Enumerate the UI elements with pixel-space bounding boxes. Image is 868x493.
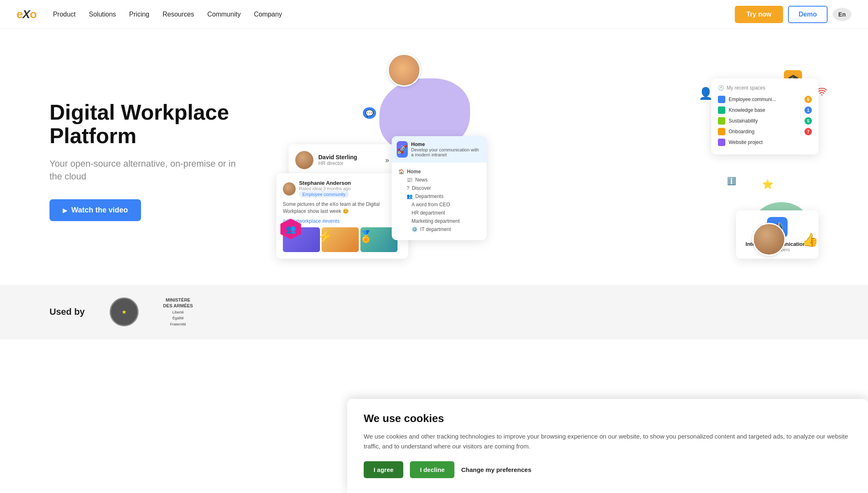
watch-video-label: Watch the video bbox=[71, 206, 128, 215]
social-avatar bbox=[283, 182, 296, 196]
spaces-row-3: Sustainability 5 bbox=[718, 116, 812, 126]
logo-o: o bbox=[30, 8, 36, 21]
like-icon: 👍 bbox=[802, 232, 819, 248]
profile-role: HR director bbox=[318, 160, 357, 166]
hero-illustration: 👤+ 🎓 💬 David Sterling HR directo bbox=[264, 54, 835, 268]
used-by-label: Used by bbox=[49, 307, 85, 317]
svg-point-0 bbox=[821, 94, 823, 96]
spaces-icon-3 bbox=[718, 117, 725, 125]
nav-home-desc: Develop your communication with a modern… bbox=[411, 147, 482, 157]
play-icon: ▶ bbox=[63, 207, 67, 214]
demo-button[interactable]: Demo bbox=[788, 6, 828, 23]
watch-video-button[interactable]: ▶ Watch the video bbox=[49, 199, 141, 221]
hex-shape: 👥 bbox=[280, 219, 301, 239]
nav-home-label: Home bbox=[411, 142, 482, 147]
avatar-face bbox=[389, 55, 419, 85]
people-hex-icon: 👥 bbox=[280, 219, 301, 239]
client-ministere-text: MINISTÈREDES ARMÉES LibertéÉgalitéFrater… bbox=[163, 297, 193, 327]
profile-card: David Sterling HR director » bbox=[289, 144, 396, 176]
hero-left: Digital Workplace Platform Your open-sou… bbox=[49, 101, 247, 222]
profile-avatar bbox=[295, 151, 313, 169]
nav-item-hr: HR department bbox=[398, 209, 480, 217]
spaces-icon-5 bbox=[718, 139, 725, 146]
social-user-name: Stephanie Anderson bbox=[299, 180, 402, 186]
hero-section: Digital Workplace Platform Your open-sou… bbox=[0, 29, 868, 285]
floating-avatar-top bbox=[388, 54, 421, 87]
settings-icon: ⚙️ bbox=[412, 226, 418, 232]
profile-arrow-icon: » bbox=[385, 156, 389, 165]
nav-resources[interactable]: Resources bbox=[162, 11, 194, 18]
bottom-right-avatar bbox=[753, 223, 786, 256]
departments-icon: 👥 bbox=[407, 193, 413, 199]
nav-home-icon: 🏠 bbox=[398, 169, 405, 175]
news-icon: 📰 bbox=[407, 177, 413, 183]
medal-icon: 🏅 bbox=[359, 230, 373, 243]
nav-tree-card: 🚀 Home Develop your communication with a… bbox=[392, 136, 487, 240]
client-dod-logo: ⭐ bbox=[110, 297, 139, 326]
social-card: Stephanie Anderson Rated ideal 3 months … bbox=[276, 173, 408, 259]
hero-title: Digital Workplace Platform bbox=[49, 101, 247, 148]
nav-item-ceo: A word from CEO bbox=[398, 201, 480, 209]
social-tag: Employee community bbox=[299, 191, 349, 198]
spaces-row-1: Employee communi... 5 bbox=[718, 94, 812, 105]
spaces-row-4: Onboarding 7 bbox=[718, 126, 812, 137]
social-card-header: Stephanie Anderson Rated ideal 3 months … bbox=[283, 180, 402, 198]
profile-info: David Sterling HR director bbox=[318, 154, 357, 166]
used-by-strip: Used by ⭐ MINISTÈREDES ARMÉES LibertéÉga… bbox=[0, 285, 868, 340]
nav-company[interactable]: Company bbox=[254, 11, 282, 18]
spaces-icon-1 bbox=[718, 96, 725, 103]
nav-item-it: ⚙️ IT department bbox=[398, 225, 480, 234]
profile-name: David Sterling bbox=[318, 154, 357, 160]
logo[interactable]: eXo bbox=[16, 8, 36, 21]
hero-subtitle: Your open-source alternative, on-premise… bbox=[49, 158, 247, 183]
spaces-card: 🕐 My recent spaces Employee communi... 5… bbox=[711, 78, 819, 154]
nav-pricing[interactable]: Pricing bbox=[129, 11, 149, 18]
info-icon: ℹ️ bbox=[727, 177, 736, 186]
client-dod: ⭐ bbox=[110, 297, 139, 326]
nav-item-departments: 👥 Departments bbox=[398, 192, 480, 201]
spaces-icon-4 bbox=[718, 128, 725, 135]
nav-item-discover: ? Discover bbox=[398, 184, 480, 192]
navbar-right: Try now Demo En bbox=[735, 6, 852, 23]
star-icon: ⭐ bbox=[762, 179, 773, 190]
discover-icon: ? bbox=[407, 185, 409, 191]
nav-item-news: 📰 News bbox=[398, 176, 480, 184]
nav-item-home: 🏠 Home bbox=[398, 167, 480, 176]
spaces-row-2: Knowledge base 1 bbox=[718, 105, 812, 116]
navbar: eXo Product Solutions Pricing Resources … bbox=[0, 0, 868, 29]
spaces-badge-2: 1 bbox=[804, 106, 812, 114]
spaces-icon-2 bbox=[718, 106, 725, 114]
chat-bubble-icon: 💬 bbox=[363, 107, 376, 119]
lightning-icon: ⚡ bbox=[318, 229, 333, 243]
spaces-title: 🕐 My recent spaces bbox=[718, 85, 812, 91]
language-button[interactable]: En bbox=[833, 8, 852, 21]
spaces-badge-3: 5 bbox=[804, 117, 812, 125]
nav-tree-items: 🏠 Home 📰 News ? Discover 👥 Departments bbox=[398, 167, 480, 234]
clock-icon: 🕐 bbox=[718, 85, 724, 91]
nav-links: Product Solutions Pricing Resources Comm… bbox=[53, 11, 282, 18]
nav-item-marketing: Marketing department bbox=[398, 217, 480, 225]
navbar-left: eXo Product Solutions Pricing Resources … bbox=[16, 8, 282, 21]
nav-solutions[interactable]: Solutions bbox=[89, 11, 116, 18]
logo-e: e bbox=[16, 8, 23, 21]
nav-community[interactable]: Community bbox=[207, 11, 241, 18]
spaces-badge-4: 7 bbox=[804, 128, 812, 135]
client-ministere: MINISTÈREDES ARMÉES LibertéÉgalitéFrater… bbox=[163, 297, 193, 327]
social-user-meta: Rated ideal 3 months ago Employee commun… bbox=[299, 186, 402, 198]
try-now-button[interactable]: Try now bbox=[735, 6, 783, 23]
social-text: Some pictures of the eXo team at the Dig… bbox=[283, 201, 402, 215]
mockup-container: 👤+ 🎓 💬 David Sterling HR directo bbox=[264, 54, 835, 268]
logo-x: X bbox=[23, 8, 30, 21]
spaces-row-5: Website project bbox=[718, 137, 812, 148]
nav-product[interactable]: Product bbox=[53, 11, 75, 18]
spaces-badge-1: 5 bbox=[804, 96, 812, 103]
social-user-info: Stephanie Anderson Rated ideal 3 months … bbox=[299, 180, 402, 198]
